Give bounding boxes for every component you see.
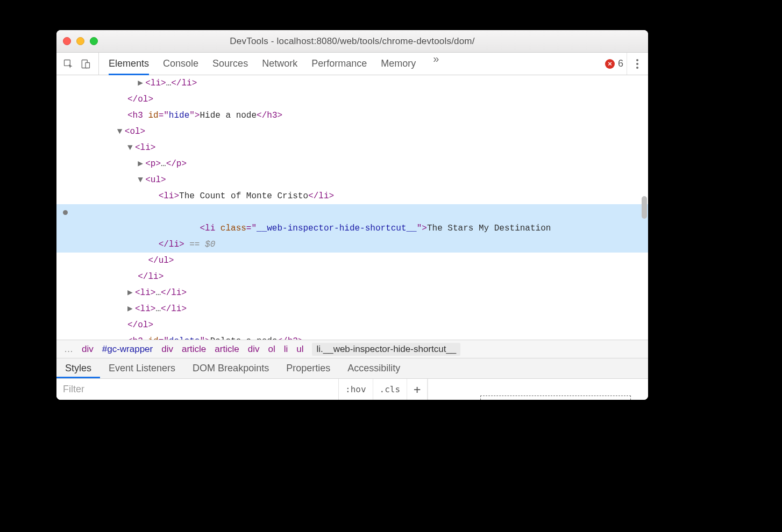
box-model-margin-icon [480, 396, 631, 400]
dom-node[interactable]: ▼<ul> [56, 172, 648, 188]
toggle-hover-button[interactable]: :hov [339, 379, 373, 400]
breadcrumb-item[interactable]: ul [296, 344, 303, 355]
expand-toggle-icon[interactable]: ▼ [138, 172, 145, 188]
tab-network[interactable]: Network [262, 53, 297, 75]
breadcrumb-item[interactable]: ol [268, 344, 275, 355]
settings-menu-icon[interactable] [627, 53, 642, 75]
expand-toggle-icon[interactable]: ▶ [138, 75, 145, 91]
dom-node-selected[interactable]: </li> == $0 [56, 236, 648, 253]
breadcrumb-item[interactable]: li [284, 344, 288, 355]
tab-styles[interactable]: Styles [56, 358, 100, 378]
dom-node[interactable]: </ol> [56, 317, 648, 333]
window-title: DevTools - localhost:8080/web/tools/chro… [56, 36, 648, 47]
devtools-window: DevTools - localhost:8080/web/tools/chro… [56, 30, 648, 400]
dom-breadcrumb: … div #gc-wrapper div article article di… [56, 340, 648, 358]
breadcrumb-item[interactable]: div [161, 344, 173, 355]
expand-toggle-icon[interactable]: ▼ [127, 140, 135, 156]
close-window-button[interactable] [63, 37, 71, 45]
dom-node-selected[interactable]: <li class="__web-inspector-hide-shortcut… [56, 204, 648, 236]
expand-toggle-icon[interactable]: ▶ [138, 156, 145, 172]
error-indicator[interactable]: × 6 [605, 58, 623, 69]
tab-performance[interactable]: Performance [311, 53, 367, 75]
error-icon: × [605, 59, 615, 69]
expand-toggle-icon[interactable]: ▶ [127, 285, 135, 301]
styles-filter-input[interactable] [56, 379, 339, 400]
breadcrumb-item[interactable]: article [215, 344, 239, 355]
dom-node[interactable]: </ol> [56, 91, 648, 107]
dom-node[interactable]: </li> [56, 269, 648, 285]
tab-properties[interactable]: Properties [278, 358, 339, 378]
device-toolbar-icon[interactable] [80, 59, 91, 69]
breadcrumb-item[interactable]: div [82, 344, 94, 355]
tab-event-listeners[interactable]: Event Listeners [100, 358, 184, 378]
minimize-window-button[interactable] [76, 37, 84, 45]
dom-node[interactable]: ▶<li>…</li> [56, 285, 648, 301]
dom-node[interactable]: ▼<li> [56, 140, 648, 156]
dom-node[interactable]: ▶ <li>…</li> [56, 75, 648, 91]
elements-tree[interactable]: ▶ <li>…</li> </ol> <h3 id="hide">Hide a … [56, 75, 648, 340]
toggle-class-button[interactable]: .cls [373, 379, 408, 400]
dom-node[interactable]: </ul> [56, 253, 648, 269]
expand-toggle-icon[interactable]: ▶ [127, 301, 135, 317]
sidebar-tabs: Styles Event Listeners DOM Breakpoints P… [56, 358, 648, 378]
tab-accessibility[interactable]: Accessibility [339, 358, 409, 378]
hidden-node-marker-icon [63, 210, 68, 215]
breadcrumb-item[interactable]: #gc-wrapper [102, 344, 153, 355]
breadcrumb-item[interactable]: div [248, 344, 260, 355]
tab-memory[interactable]: Memory [381, 53, 416, 75]
tab-dom-breakpoints[interactable]: DOM Breakpoints [184, 358, 278, 378]
dom-node[interactable]: ▼<ol> [56, 124, 648, 140]
dom-node[interactable]: <li>The Count of Monte Cristo</li> [56, 188, 648, 204]
new-style-rule-button[interactable]: + [407, 379, 428, 400]
box-model-preview [428, 379, 648, 400]
dom-node[interactable]: <h3 id="delete">Delete a node</h3> [56, 333, 648, 340]
tab-console[interactable]: Console [163, 53, 198, 75]
dom-node[interactable]: <h3 id="hide">Hide a node</h3> [56, 107, 648, 124]
error-count: 6 [618, 58, 623, 69]
styles-toolbar: :hov .cls + [56, 378, 648, 400]
svg-rect-2 [86, 62, 90, 68]
dom-node[interactable]: ▶<li>…</li> [56, 301, 648, 317]
toolbar-icon-group [63, 53, 99, 75]
tab-sources[interactable]: Sources [212, 53, 248, 75]
tab-elements[interactable]: Elements [109, 53, 149, 75]
devtools-toolbar: Elements Console Sources Network Perform… [56, 53, 648, 75]
scrollbar-thumb[interactable] [642, 196, 647, 219]
traffic-lights [63, 37, 98, 45]
inspect-element-icon[interactable] [63, 59, 74, 69]
panel-tabs: Elements Console Sources Network Perform… [109, 53, 599, 75]
breadcrumb-overflow[interactable]: … [64, 344, 73, 355]
expand-toggle-icon[interactable]: ▼ [117, 124, 125, 140]
dom-node[interactable]: ▶ <p>…</p> [56, 156, 648, 172]
zoom-window-button[interactable] [90, 37, 98, 45]
breadcrumb-item-current[interactable]: li.__web-inspector-hide-shortcut__ [312, 343, 460, 356]
breadcrumb-item[interactable]: article [182, 344, 206, 355]
more-tabs-icon[interactable]: » [430, 53, 442, 75]
titlebar: DevTools - localhost:8080/web/tools/chro… [56, 30, 648, 53]
